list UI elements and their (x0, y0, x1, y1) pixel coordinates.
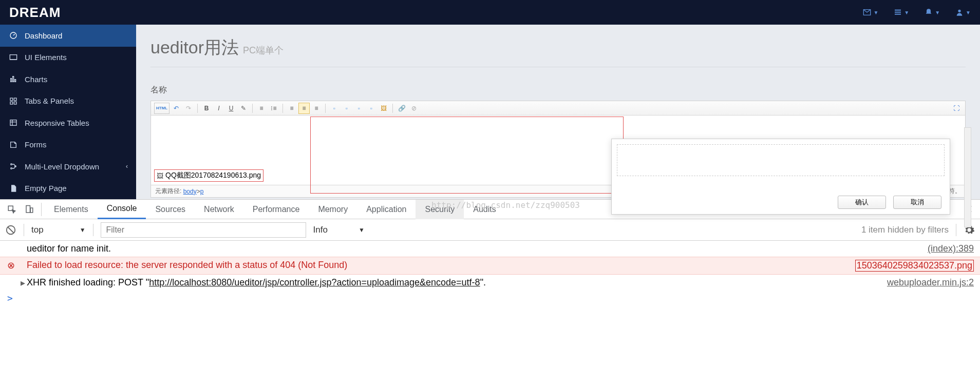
sidebar: Dashboard UI Elements Charts Tabs & Pane… (0, 25, 136, 199)
image-float-right-icon[interactable]: ▫ (366, 103, 377, 114)
svg-rect-11 (10, 102, 13, 104)
ordered-list-icon[interactable]: ≡ (256, 103, 267, 114)
redo-icon[interactable]: ↷ (183, 103, 194, 114)
sidebar-item-label: Empty Page (25, 184, 67, 193)
top-navbar: DREAM ▼ ▼ ▼ ▼ (0, 0, 980, 25)
highlight-box (310, 117, 624, 194)
clear-console-icon[interactable] (5, 224, 16, 236)
footer-path-body[interactable]: body (183, 188, 197, 195)
sidebar-item-label: Responsive Tables (25, 119, 89, 127)
sidebar-item-ui-elements[interactable]: UI Elements (0, 47, 136, 69)
editor-toolbar: HTML ↶ ↷ B I U ✎ ≡ ⁝≡ ≡ ≡ ≡ ▫ ▫ ▫ ▫ (151, 101, 965, 116)
sidebar-item-label: Charts (25, 75, 47, 84)
svg-rect-9 (10, 98, 13, 101)
console-filter-bar: top▼ Info▼ 1 item hidden by filters (0, 219, 980, 241)
underline-icon[interactable]: U (225, 103, 237, 114)
svg-point-3 (958, 10, 960, 12)
user-icon[interactable]: ▼ (955, 8, 971, 16)
log-level-selector[interactable]: Info▼ (313, 225, 365, 235)
tab-elements[interactable]: Elements (45, 200, 98, 219)
tab-audits[interactable]: Audits (464, 200, 505, 219)
italic-icon[interactable]: I (213, 103, 224, 114)
sidebar-item-dashboard[interactable]: Dashboard (0, 25, 136, 47)
bold-icon[interactable]: B (201, 103, 212, 114)
context-selector[interactable]: top▼ (31, 225, 86, 235)
tab-memory[interactable]: Memory (309, 200, 357, 219)
tasks-icon[interactable]: ▼ (894, 8, 909, 16)
svg-rect-8 (15, 80, 16, 82)
insert-image-icon[interactable]: 🖼 (378, 103, 389, 114)
broken-image-filename: QQ截图20170824190613.png (165, 171, 261, 180)
eraser-icon[interactable]: ✎ (238, 103, 249, 114)
svg-rect-19 (30, 208, 33, 213)
console-row-error: Failed to load resource: the server resp… (0, 257, 980, 275)
svg-point-15 (11, 168, 12, 169)
console-source-link[interactable]: webuploader.min.js:2 (887, 277, 974, 288)
bell-icon[interactable]: ▼ (925, 8, 940, 16)
svg-point-14 (11, 164, 12, 165)
console-filter-input[interactable] (101, 222, 306, 238)
console-source-link[interactable]: (index):389 (928, 243, 974, 254)
svg-rect-7 (13, 76, 14, 82)
unordered-list-icon[interactable]: ⁝≡ (268, 103, 279, 114)
sidebar-item-forms[interactable]: Forms (0, 134, 136, 156)
editor-scrollbar[interactable] (964, 127, 971, 227)
sidebar-item-label: Tabs & Panels (25, 97, 74, 105)
image-float-none-icon[interactable]: ▫ (341, 103, 352, 114)
align-right-icon[interactable]: ≡ (311, 103, 322, 114)
tab-application[interactable]: Application (357, 200, 416, 219)
sidebar-item-empty-page[interactable]: Empty Page (0, 178, 136, 200)
undo-icon[interactable]: ↶ (171, 103, 182, 114)
sidebar-item-label: UI Elements (25, 53, 67, 62)
svg-rect-0 (895, 10, 901, 11)
page-title: ueditor用法 (150, 36, 239, 60)
navbar-icons: ▼ ▼ ▼ ▼ (863, 8, 971, 16)
sidebar-item-label: Multi-Level Dropdown (25, 162, 99, 171)
image-float-left-icon[interactable]: ▫ (329, 103, 340, 114)
devtools-panel: Elements Console Sources Network Perform… (0, 199, 980, 384)
footer-path-p[interactable]: p (200, 188, 204, 195)
xhr-url-link[interactable]: http://localhost:8080/ueditor/jsp/contro… (149, 277, 480, 287)
sidebar-item-tabs-panels[interactable]: Tabs & Panels (0, 90, 136, 112)
mail-icon[interactable]: ▼ (863, 8, 878, 16)
sidebar-item-multi-level-dropdown[interactable]: Multi-Level Dropdown ‹ (0, 156, 136, 178)
upload-dropzone[interactable] (617, 144, 945, 176)
unlink-icon[interactable]: ⊘ (408, 103, 420, 114)
sidebar-item-label: Dashboard (25, 31, 62, 40)
device-toggle-icon[interactable] (21, 200, 38, 219)
inspect-element-icon[interactable] (3, 200, 21, 219)
dialog-ok-button[interactable]: 确认 (838, 196, 886, 209)
tab-sources[interactable]: Sources (146, 200, 195, 219)
tab-network[interactable]: Network (195, 200, 243, 219)
console-row-xhr: XHR finished loading: POST "http://local… (0, 275, 980, 291)
brand-logo: DREAM (9, 5, 61, 21)
dialog-cancel-button[interactable]: 取消 (893, 196, 941, 209)
hidden-items-text: 1 item hidden by filters (861, 225, 949, 235)
svg-rect-18 (26, 205, 30, 213)
fullscreen-icon[interactable]: ⛶ (951, 103, 962, 114)
sidebar-item-responsive-tables[interactable]: Responsive Tables (0, 112, 136, 134)
sidebar-item-label: Forms (25, 140, 47, 149)
align-center-icon[interactable]: ≡ (298, 103, 310, 114)
html-source-button[interactable]: HTML (154, 103, 169, 114)
console-row-log: ueditor for name init. (index):389 (0, 241, 980, 257)
link-icon[interactable]: 🔗 (396, 103, 407, 114)
svg-rect-6 (11, 79, 12, 82)
align-left-icon[interactable]: ≡ (286, 103, 297, 114)
console-prompt[interactable]: > (0, 291, 980, 305)
console-source-link[interactable]: 1503640259834023537.png (855, 260, 974, 272)
svg-rect-10 (14, 98, 16, 101)
broken-image-placeholder[interactable]: QQ截图20170824190613.png (154, 169, 263, 182)
sidebar-item-charts[interactable]: Charts (0, 68, 136, 90)
page-subtitle: PC端单个 (243, 44, 284, 56)
svg-rect-5 (10, 54, 16, 59)
svg-rect-13 (10, 120, 16, 126)
svg-rect-12 (14, 102, 16, 104)
console-output: ueditor for name init. (index):389 Faile… (0, 241, 980, 384)
tab-performance[interactable]: Performance (243, 200, 309, 219)
image-float-center-icon[interactable]: ▫ (353, 103, 365, 114)
svg-rect-2 (895, 14, 901, 15)
form-label-name: 名称 (150, 85, 966, 95)
tab-security[interactable]: Security (416, 200, 464, 219)
tab-console[interactable]: Console (98, 200, 146, 219)
